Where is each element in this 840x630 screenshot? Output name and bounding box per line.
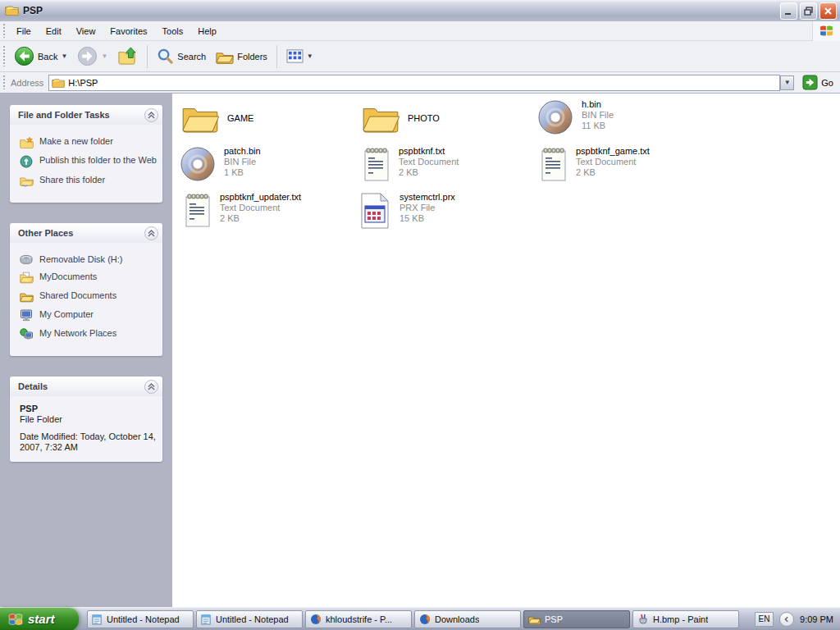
address-dropdown-button[interactable]: ▼ [780,75,794,90]
address-bar: Address H:\PSP ▼ Go [0,72,840,94]
my-computer-icon [20,309,34,324]
restore-button[interactable] [800,2,817,20]
back-button[interactable]: Back ▼ [9,43,72,69]
place-my-computer[interactable]: My Computer [20,309,158,324]
file-item-pspbtknf-game-txt[interactable]: pspbtknf_game.txt Text Document 2 KB [540,146,708,182]
panel-other-places: Other Places Removable Disk (H:) [10,223,162,356]
task-publish-folder[interactable]: Publish this folder to the Web [20,155,158,171]
window-title: PSP [23,5,778,16]
address-grip [2,75,7,90]
menu-file[interactable]: File [9,24,39,39]
forward-icon [77,46,98,66]
up-button[interactable] [112,43,143,69]
up-folder-icon [117,46,138,66]
taskbar: start Untitled - Notepad Untitled - Note… [0,607,840,630]
tray-collapse-chevron-icon[interactable] [779,612,794,627]
search-icon [157,48,174,65]
back-dropdown-arrow[interactable]: ▼ [61,52,67,60]
close-button[interactable] [819,2,837,20]
taskbar-button-notepad-2[interactable]: Untitled - Notepad [196,610,303,628]
file-item-pspbtknf-txt[interactable]: pspbtknf.txt Text Document 2 KB [363,146,531,182]
toolbar-grip [2,46,7,67]
notepad-icon [92,614,103,625]
folder-icon [181,103,219,133]
menu-grip [2,24,7,37]
cd-icon [180,146,216,182]
shared-documents-icon [20,290,34,305]
file-item-pspbtknf-updater-txt[interactable]: pspbtknf_updater.txt Text Document 2 KB [184,192,352,228]
panel-header[interactable]: Other Places [10,223,162,243]
minimize-button[interactable] [780,2,797,20]
window-folder-icon [5,4,19,17]
menu-help[interactable]: Help [190,24,224,39]
folders-button[interactable]: Folders [211,47,272,66]
windows-logo-icon [812,21,840,41]
task-share-folder[interactable]: Share this folder [20,175,158,189]
menu-tools[interactable]: Tools [155,24,191,39]
details-date-modified: Date Modified: Today, October 14, 2007, … [20,431,158,453]
share-folder-icon [20,175,34,189]
start-button[interactable]: start [0,608,79,630]
collapse-chevron-icon[interactable] [144,226,158,240]
explorer-window: PSP File Edit View Favorites Tools Help … [0,0,840,630]
taskbar-button-paint[interactable]: H.bmp - Paint [632,610,739,628]
menu-bar: File Edit View Favorites Tools Help [0,21,840,41]
toolbar-separator [147,45,148,68]
file-item-patch-bin[interactable]: patch.bin BIN File 1 KB [180,146,348,182]
folder-icon [52,77,65,88]
panel-header[interactable]: File and Folder Tasks [10,105,162,125]
language-indicator[interactable]: EN [755,612,774,627]
file-list-area[interactable]: GAME PHOTO h.bin BIN File 11 KB patch.bi… [172,94,840,607]
publish-web-icon [20,155,34,171]
menu-view[interactable]: View [69,24,103,39]
forward-dropdown-arrow[interactable]: ▼ [101,52,107,60]
notepad-icon [201,614,212,625]
taskbar-clock[interactable]: 9:09 PM [800,614,833,624]
paint-icon [637,614,649,625]
cd-icon [537,99,573,135]
taskbar-button-firefox-khloudstrife[interactable]: khloudstrife - P... [305,610,412,628]
folder-icon [362,103,399,133]
folders-icon [216,49,234,64]
file-item-game[interactable]: GAME [181,102,349,135]
system-tray: EN 9:09 PM [755,612,840,627]
views-icon [286,48,304,64]
toolbar-separator [276,45,277,68]
network-places-icon [20,328,34,343]
panel-header[interactable]: Details [10,377,162,396]
text-document-icon [184,192,212,228]
go-button[interactable]: Go [799,74,837,91]
file-item-h-bin[interactable]: h.bin BIN File 11 KB [537,99,705,135]
collapse-chevron-icon[interactable] [144,108,158,122]
taskbar-button-psp[interactable]: PSP [523,610,630,628]
details-folder-name: PSP [20,404,158,413]
text-document-icon [540,146,568,182]
go-icon [802,75,818,90]
back-icon [14,46,34,66]
taskbar-button-notepad-1[interactable]: Untitled - Notepad [87,610,194,628]
collapse-chevron-icon[interactable] [144,380,158,394]
menu-favorites[interactable]: Favorites [103,24,154,39]
prx-file-icon [358,192,391,230]
file-item-photo[interactable]: PHOTO [362,102,530,135]
views-button[interactable]: ▼ [281,46,318,66]
task-make-new-folder[interactable]: Make a new folder [20,136,158,151]
address-value: H:\PSP [68,78,779,88]
panel-file-and-folder-tasks: File and Folder Tasks Make a new folder [10,105,162,203]
firefox-icon [310,614,322,625]
menu-edit[interactable]: Edit [39,24,69,39]
address-input[interactable]: H:\PSP [48,75,780,91]
place-my-network-places[interactable]: My Network Places [20,328,158,343]
views-dropdown-arrow[interactable]: ▼ [307,52,313,60]
search-button[interactable]: Search [152,45,211,67]
windows-flag-icon [8,612,23,627]
place-removable-disk[interactable]: Removable Disk (H:) [20,254,158,267]
file-item-systemctrl-prx[interactable]: systemctrl.prx PRX File 15 KB [358,192,527,230]
place-shared-documents[interactable]: Shared Documents [20,290,158,305]
new-folder-icon [20,136,34,151]
forward-button[interactable]: ▼ [72,43,112,69]
place-my-documents[interactable]: MyDocuments [20,272,158,286]
address-label: Address [11,78,43,88]
taskbar-button-firefox-downloads[interactable]: Downloads [414,610,521,628]
folder-icon [528,614,541,624]
